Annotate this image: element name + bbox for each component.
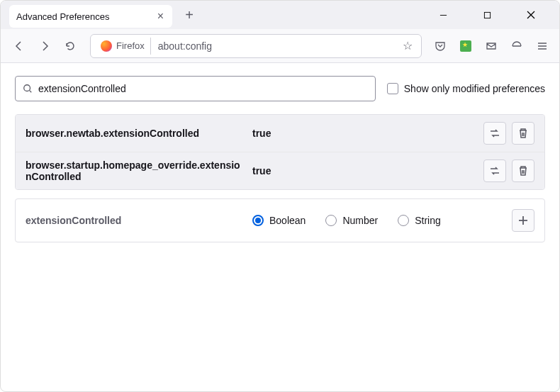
preferences-list: browser.newtab.extensionControlled true …: [15, 114, 545, 190]
filter-label: Show only modified preferences: [404, 83, 545, 94]
close-tab-icon[interactable]: ×: [156, 10, 165, 23]
filter-modified-checkbox[interactable]: Show only modified preferences: [387, 83, 545, 94]
identity-box[interactable]: Firefox: [95, 38, 151, 55]
pref-actions: [483, 159, 534, 182]
identity-label: Firefox: [116, 40, 145, 51]
window-controls: [427, 4, 554, 26]
toolbar-icons: [430, 36, 552, 56]
search-input[interactable]: [38, 83, 368, 94]
maximize-button[interactable]: [471, 4, 503, 26]
add-pref-button[interactable]: [512, 209, 534, 232]
type-boolean-radio[interactable]: Boolean: [252, 215, 306, 226]
radio-icon: [398, 215, 409, 226]
menu-button[interactable]: [532, 36, 552, 56]
svg-point-7: [24, 85, 30, 91]
pref-value: true: [252, 165, 483, 177]
type-number-radio[interactable]: Number: [325, 215, 378, 226]
type-string-radio[interactable]: String: [398, 215, 441, 226]
pref-row[interactable]: browser.startup.homepage_override.extens…: [16, 152, 544, 189]
new-pref-row: extensionControlled Boolean Number Strin…: [15, 198, 545, 242]
toolbar: Firefox about:config ☆: [1, 29, 559, 63]
bookmark-star-icon[interactable]: ☆: [398, 39, 417, 52]
search-icon: [23, 84, 33, 94]
titlebar: Advanced Preferences × +: [1, 1, 559, 29]
inbox-icon[interactable]: [481, 36, 501, 56]
svg-line-8: [30, 91, 32, 93]
extension-icon[interactable]: [456, 36, 476, 56]
shield-icon[interactable]: [507, 36, 527, 56]
delete-button[interactable]: [512, 159, 534, 182]
pref-name: browser.newtab.extensionControlled: [26, 128, 252, 139]
back-button[interactable]: [8, 35, 30, 57]
minimize-button[interactable]: [427, 4, 459, 26]
browser-tab[interactable]: Advanced Preferences ×: [9, 5, 172, 28]
svg-rect-1: [484, 12, 490, 18]
new-tab-button[interactable]: +: [179, 5, 199, 25]
search-box[interactable]: [15, 76, 376, 101]
forward-button[interactable]: [33, 35, 56, 57]
radio-icon: [252, 215, 264, 226]
toggle-button[interactable]: [483, 122, 506, 145]
delete-button[interactable]: [512, 122, 534, 145]
toggle-button[interactable]: [483, 159, 506, 182]
radio-icon: [325, 215, 337, 226]
pref-row[interactable]: browser.newtab.extensionControlled true: [16, 115, 544, 152]
close-window-button[interactable]: [515, 4, 547, 26]
new-pref-name: extensionControlled: [26, 215, 252, 226]
pref-name: browser.startup.homepage_override.extens…: [26, 159, 252, 182]
tab-title: Advanced Preferences: [16, 11, 110, 22]
type-radio-group: Boolean Number String: [252, 215, 512, 226]
search-row: Show only modified preferences: [15, 76, 545, 101]
pocket-icon[interactable]: [430, 36, 450, 56]
radio-label: Number: [342, 215, 378, 226]
checkbox-icon: [387, 83, 398, 94]
pref-actions: [483, 122, 534, 145]
radio-label: Boolean: [269, 215, 306, 226]
firefox-icon: [101, 40, 112, 52]
config-content: Show only modified preferences browser.n…: [1, 63, 559, 255]
radio-label: String: [415, 215, 441, 226]
pref-value: true: [252, 128, 483, 139]
url-bar[interactable]: Firefox about:config ☆: [90, 34, 422, 58]
reload-button[interactable]: [59, 35, 82, 57]
url-text[interactable]: about:config: [151, 40, 398, 52]
